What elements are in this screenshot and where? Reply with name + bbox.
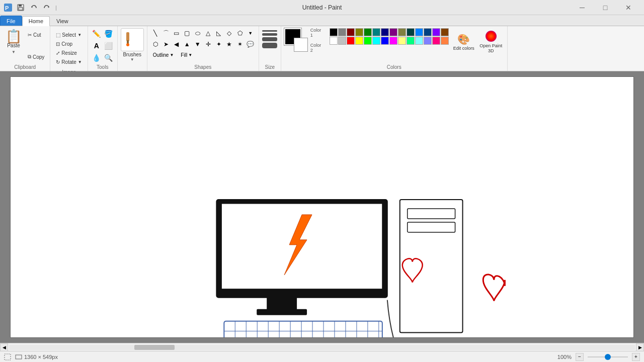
canvas-svg [11, 77, 633, 337]
canvas-scroll-area[interactable]: ◀ ▶ [0, 71, 644, 351]
shape-rounded-rect[interactable]: ▢ [182, 28, 192, 38]
color-darkyellow[interactable] [398, 28, 406, 36]
color-red[interactable] [347, 37, 355, 45]
app-container: P | Untitled - Paint ─ □ ✕ File Home Vie… [0, 0, 644, 362]
select-button[interactable]: ⬚ Select ▼ [53, 30, 84, 39]
color-white[interactable] [330, 37, 338, 45]
zoom-out-button[interactable]: − [576, 353, 584, 361]
shape-ellipse[interactable]: ⬭ [193, 28, 203, 38]
shape-diagonal-line[interactable]: ╲ [150, 28, 160, 38]
shape-4way-arrow[interactable]: ✛ [203, 39, 213, 49]
edit-colors-button[interactable]: 🎨 Edit colors [451, 28, 477, 56]
svg-text:P: P [5, 5, 9, 11]
crop-button[interactable]: ⊡ Crop [53, 39, 84, 48]
zoom-slider-thumb[interactable] [605, 354, 611, 360]
shape-up-arrow[interactable]: ▲ [182, 39, 192, 49]
undo-button[interactable] [28, 2, 39, 13]
color-teal[interactable] [372, 28, 380, 36]
color-cyan[interactable] [372, 37, 380, 45]
shape-star6[interactable]: ✶ [235, 39, 245, 49]
color-violet[interactable] [432, 28, 440, 36]
shape-down-arrow[interactable]: ▼ [193, 39, 203, 49]
shape-pentagon[interactable]: ⬠ [235, 28, 245, 38]
paste-dropdown-arrow[interactable]: ▼ [12, 50, 16, 54]
shape-right-arrow[interactable]: ➤ [161, 39, 171, 49]
shape-star4[interactable]: ✦ [214, 39, 224, 49]
shape-star5[interactable]: ★ [224, 39, 234, 49]
scroll-right-button[interactable]: ▶ [636, 343, 644, 351]
brushes-dropdown-arrow[interactable]: ▼ [130, 57, 134, 62]
color-darkgray[interactable] [338, 28, 346, 36]
color-darkblue2[interactable] [424, 28, 432, 36]
paint-canvas[interactable] [10, 76, 634, 338]
outline-button[interactable]: Outline ▼ [150, 50, 177, 59]
color-lightcyan[interactable] [415, 37, 423, 45]
zoom-slider[interactable] [588, 353, 628, 361]
h-scrollbar-thumb[interactable] [134, 345, 175, 350]
color-purple[interactable] [389, 28, 397, 36]
color-picker-button[interactable]: 💧 [91, 52, 102, 63]
size-3[interactable] [262, 37, 277, 41]
open-paint3d-button[interactable]: Open Paint 3D [478, 28, 504, 56]
color-azure[interactable] [415, 28, 423, 36]
color-darkgreen[interactable] [364, 28, 372, 36]
close-button[interactable]: ✕ [617, 0, 640, 15]
copy-button[interactable]: ⧉ Copy [25, 52, 47, 61]
color2-box[interactable] [294, 38, 307, 51]
color-lightblue2[interactable] [424, 37, 432, 45]
canvas-background [0, 71, 644, 343]
color-yellow[interactable] [355, 37, 363, 45]
eraser-button[interactable]: ⬜ [103, 40, 114, 51]
tab-file[interactable]: File [0, 16, 22, 26]
image-group: ⬚ Select ▼ ⊡ Crop ⤢ Resize ↻ Rotate [50, 26, 88, 71]
color-lime[interactable] [364, 37, 372, 45]
color-lightyellow[interactable] [398, 37, 406, 45]
size-1[interactable] [262, 30, 277, 32]
fill-button[interactable]: Fill ▼ [178, 50, 195, 59]
color-olive[interactable] [355, 28, 363, 36]
resize-button[interactable]: ⤢ Resize [53, 48, 84, 57]
brushes-button[interactable]: Brushes ▼ [121, 28, 144, 62]
shape-hexagon[interactable]: ⬡ [150, 39, 160, 49]
h-scrollbar-track[interactable] [9, 345, 635, 350]
pencil-button[interactable]: ✏️ [91, 28, 102, 39]
minimize-button[interactable]: ─ [571, 0, 594, 15]
color-black[interactable] [330, 28, 338, 36]
text-button[interactable]: A [91, 40, 102, 51]
shape-right-triangle[interactable]: ◺ [214, 28, 224, 38]
color-fill-button[interactable]: 🪣 [103, 28, 114, 39]
scroll-left-button[interactable]: ◀ [0, 343, 8, 351]
color-hotpink[interactable] [432, 37, 440, 45]
color-magenta[interactable] [389, 37, 397, 45]
paste-button[interactable]: 📋 Paste [3, 28, 24, 50]
shapes-options: Outline ▼ Fill ▼ [150, 50, 195, 59]
color-brown[interactable] [441, 28, 449, 36]
shape-triangle[interactable]: △ [203, 28, 213, 38]
shape-more[interactable]: ▼ [246, 28, 256, 38]
zoom-in-button[interactable]: + [632, 353, 640, 361]
h-scrollbar[interactable]: ◀ ▶ [0, 343, 644, 351]
shape-rect[interactable]: ▭ [172, 28, 182, 38]
size-2[interactable] [262, 33, 277, 36]
paste-icon: 📋 [6, 30, 22, 43]
color-silver[interactable] [338, 37, 346, 45]
color-orange[interactable] [441, 37, 449, 45]
rotate-button[interactable]: ↻ Rotate ▼ [53, 57, 84, 66]
shape-diamond[interactable]: ◇ [224, 28, 234, 38]
redo-button[interactable] [41, 2, 52, 13]
color-navy[interactable] [381, 28, 389, 36]
shape-left-arrow[interactable]: ◀ [172, 39, 182, 49]
size-4[interactable] [262, 43, 277, 48]
maximize-button[interactable]: □ [594, 0, 617, 15]
tab-home[interactable]: Home [22, 16, 50, 26]
color-darkteal2[interactable] [407, 28, 415, 36]
save-button[interactable] [15, 2, 26, 13]
color-mint[interactable] [407, 37, 415, 45]
shape-callout[interactable]: 💬 [246, 39, 256, 49]
tab-view[interactable]: View [50, 16, 75, 26]
color-blue[interactable] [381, 37, 389, 45]
magnifier-button[interactable]: 🔍 [103, 52, 114, 63]
cut-button[interactable]: ✂ Cut [25, 30, 47, 39]
color-darkred[interactable] [347, 28, 355, 36]
shape-curve[interactable]: ⌒ [161, 28, 171, 38]
